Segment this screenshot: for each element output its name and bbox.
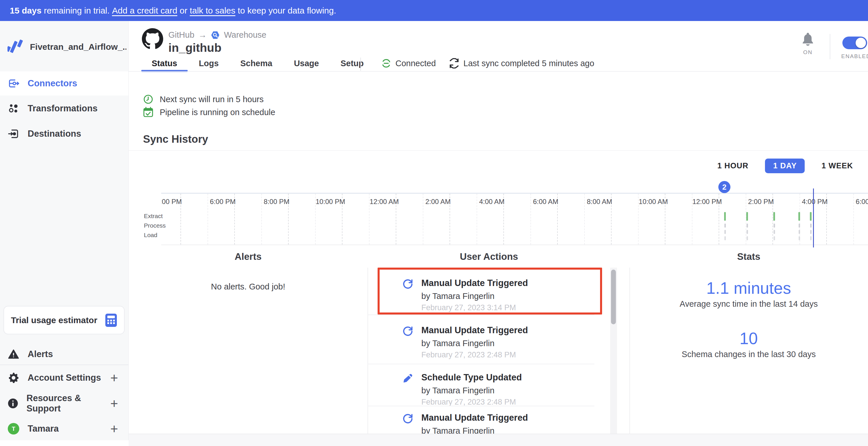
timeline-plot: 4:00 PM6:00 PM8:00 PM10:00 PM12:00 AM2:0…: [161, 193, 868, 245]
trial-days: 15 days: [10, 6, 41, 15]
pipeline-text: Pipeline is running on schedule: [160, 107, 275, 117]
sync-dash: [747, 236, 748, 240]
tab-schema[interactable]: Schema: [240, 59, 272, 68]
sidebar-item-transformations[interactable]: Transformations: [0, 96, 128, 121]
pipeline-note: Pipeline is running on schedule: [143, 106, 275, 118]
connected-icon: [381, 58, 392, 68]
time-axis-label: 6:00 AM: [524, 198, 567, 206]
time-axis-label: 8:00 PM: [255, 198, 298, 206]
scrollbar-thumb[interactable]: [611, 269, 616, 324]
breadcrumb-destination[interactable]: Warehouse: [224, 30, 266, 40]
tab-status[interactable]: Status: [152, 59, 177, 68]
time-axis-label: 12:00 PM: [685, 198, 729, 206]
range-1-week[interactable]: 1 WEEK: [822, 161, 853, 170]
calculator-icon: [105, 313, 117, 327]
user-action-item[interactable]: Manual Update Triggered by Tamara Finger…: [402, 413, 599, 434]
expand-plus-icon[interactable]: +: [110, 423, 118, 435]
sync-dash: [724, 230, 726, 234]
gear-icon: [7, 372, 20, 384]
user-action-item[interactable]: Schedule Type Updated by Tamara Fingerli…: [402, 372, 599, 407]
action-author: by Tamara Fingerlin: [421, 291, 528, 301]
time-axis-label: 12:00 AM: [363, 198, 406, 206]
sync-history-title: Sync History: [143, 133, 208, 145]
enabled-label: ENABLED: [841, 53, 868, 60]
stats-heading: Stats: [629, 251, 868, 262]
expand-plus-icon[interactable]: +: [110, 397, 118, 409]
sync-dash: [810, 230, 812, 234]
current-time-marker: [813, 188, 814, 248]
sidebar-item-connectors[interactable]: Connectors: [0, 71, 128, 96]
tabs-underline-rule: [129, 71, 868, 72]
action-date: February 27, 2023 2:48 PM: [421, 397, 522, 407]
sync-dash: [774, 236, 775, 240]
account-switcher[interactable]: Fivetran_and_Airflow_...: [7, 38, 126, 56]
enabled-toggle[interactable]: [842, 36, 867, 49]
scrollbar-track[interactable]: [610, 267, 617, 434]
user-actions-list: Manual Update Triggered by Tamara Finger…: [368, 267, 611, 434]
talk-to-sales-link[interactable]: talk to sales: [190, 6, 235, 15]
trial-usage-estimator[interactable]: Trial usage estimator: [3, 306, 125, 334]
notifications-control[interactable]: ON: [794, 33, 822, 56]
sidebar-item-destinations[interactable]: Destinations: [0, 122, 128, 146]
time-axis-label: 6:00 PM: [201, 198, 244, 206]
time-axis-label: 8:00 AM: [578, 198, 621, 206]
trial-banner: 15 days remaining in trial. Add a credit…: [0, 0, 868, 21]
time-axis-label: 4:00 PM: [793, 198, 836, 206]
stat-schema-changes-label: Schema changes in the last 30 days: [629, 350, 868, 359]
clock-icon: [143, 94, 153, 104]
sidebar-item-resources-support[interactable]: Resources & Support +: [0, 393, 128, 413]
sync-dash: [724, 224, 726, 228]
connectors-icon: [7, 77, 20, 90]
sync-count-badge[interactable]: 2: [718, 181, 731, 193]
stat-avg-sync-time-label: Average sync time in the last 14 days: [629, 299, 868, 309]
user-action-item[interactable]: Manual Update Triggered by Tamara Finger…: [402, 278, 599, 313]
warehouse-icon: [211, 31, 220, 40]
row-label-process: Process: [144, 222, 161, 229]
section-rule: [129, 150, 868, 151]
last-sync-label: Last sync completed 5 minutes ago: [463, 59, 594, 68]
sidebar-item-label: Alerts: [28, 349, 53, 359]
sync-dash: [799, 230, 800, 234]
github-logo-icon: [142, 28, 163, 50]
connection-status: Connected Last sync completed 5 minutes …: [381, 56, 594, 71]
add-credit-card-link[interactable]: Add a credit card: [112, 6, 177, 15]
main-content: GitHub → Warehouse in_github Status Logs…: [129, 21, 868, 446]
page-title: in_github: [168, 41, 221, 55]
tab-bar: Status Logs Schema Usage Setup: [152, 56, 364, 71]
range-1-day[interactable]: 1 DAY: [765, 159, 805, 173]
sidebar-item-account-settings[interactable]: Account Settings +: [0, 368, 128, 388]
sidebar-item-label: Destinations: [28, 129, 81, 139]
alerts-empty-text: No alerts. Good job!: [129, 282, 368, 291]
range-1-hour[interactable]: 1 HOUR: [717, 161, 748, 170]
expand-plus-icon[interactable]: +: [110, 372, 118, 384]
sync-dash: [747, 224, 748, 228]
sidebar-item-label: Resources & Support: [27, 393, 102, 414]
pencil-icon: [402, 373, 413, 384]
action-title: Manual Update Triggered: [421, 278, 528, 288]
breadcrumb-source[interactable]: GitHub: [168, 30, 194, 40]
action-author: by Tamara Fingerlin: [421, 385, 522, 396]
list-divider: [368, 315, 594, 315]
sync-refresh-icon[interactable]: [449, 58, 459, 68]
sync-dash: [810, 224, 812, 228]
refresh-icon: [402, 326, 413, 337]
tab-logs[interactable]: Logs: [199, 59, 219, 68]
sidebar-item-alerts[interactable]: Alerts: [0, 344, 128, 364]
action-title: Manual Update Triggered: [421, 413, 528, 423]
list-divider: [368, 364, 594, 364]
sync-dash: [799, 224, 800, 228]
trial-usage-label: Trial usage estimator: [11, 315, 97, 325]
action-title: Manual Update Triggered: [421, 325, 528, 336]
sync-tick-extract: [798, 212, 800, 221]
transformations-icon: [7, 103, 20, 114]
time-axis-label: 2:00 PM: [739, 198, 782, 206]
time-range-selector: 1 HOUR 1 DAY 1 WEEK: [717, 159, 853, 173]
notifications-state-label: ON: [794, 49, 822, 56]
sidebar-item-user[interactable]: T Tamara +: [0, 419, 128, 439]
sidebar-divider: [0, 364, 128, 365]
sync-dash: [799, 236, 800, 240]
user-action-item[interactable]: Manual Update Triggered by Tamara Finger…: [402, 325, 599, 360]
sync-tick-extract: [746, 212, 748, 221]
action-date: February 27, 2023 2:48 PM: [421, 350, 528, 360]
tab-usage[interactable]: Usage: [294, 59, 319, 68]
